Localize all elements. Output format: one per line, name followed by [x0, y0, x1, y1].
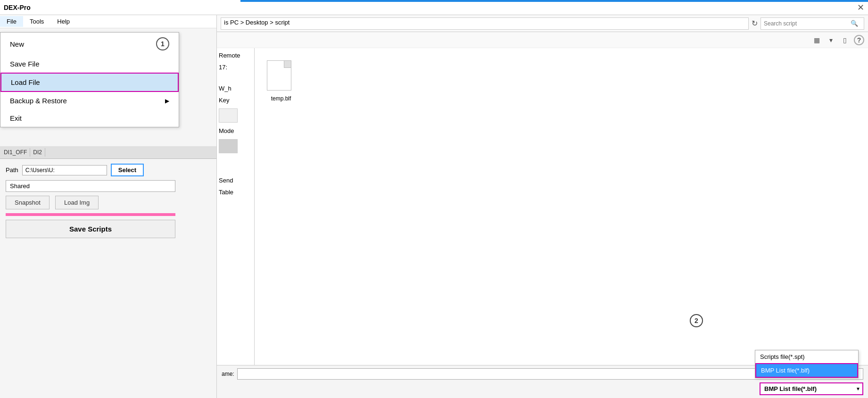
send-label: Send: [219, 177, 252, 184]
wh-label: W_h: [219, 85, 252, 92]
path-row: Path Select: [6, 164, 211, 176]
split-view-icon[interactable]: ▯: [840, 35, 850, 45]
key-label: Key: [219, 97, 252, 104]
help-icon[interactable]: ?: [854, 35, 864, 45]
remote-column: Remote 17: W_h Key Mode Send Table: [217, 48, 255, 365]
progress-bar: [240, 0, 868, 2]
value-17: 17:: [219, 64, 252, 71]
file-dialog-bottom: ame: Scripts file(*.spt) BMP List file(*…: [217, 365, 868, 398]
shared-input[interactable]: [6, 180, 175, 192]
file-page: [267, 60, 291, 91]
search-input[interactable]: [764, 20, 849, 27]
view-dropdown-icon[interactable]: ▾: [826, 35, 836, 45]
badge-1: 1: [156, 37, 169, 50]
file-toolbar: ▦ ▾ ▯ ?: [217, 32, 868, 48]
file-name-label: temp.blf: [271, 95, 291, 102]
menu-file[interactable]: File: [0, 16, 23, 27]
snapshot-button[interactable]: Snapshot: [6, 196, 50, 209]
address-bar: is PC > Desktop > script ↻ 🔍: [217, 15, 868, 32]
search-box: 🔍: [761, 17, 864, 30]
title-bar: DEX-Pro ✕: [0, 0, 868, 15]
filetype-selected-value[interactable]: BMP List file(*.blf): [760, 382, 863, 395]
menu-tools[interactable]: Tools: [23, 16, 50, 27]
header-di1-off: DI1_OFF: [1, 148, 30, 157]
menu-help[interactable]: Help: [50, 16, 76, 27]
menu-item-load-file[interactable]: Load File: [0, 73, 179, 92]
save-scripts-button[interactable]: Save Scripts: [6, 220, 175, 238]
filetype-option-spt[interactable]: Scripts file(*.spt): [755, 350, 858, 363]
file-item-temp-blf[interactable]: temp.blf: [264, 58, 298, 105]
menu-item-save-file[interactable]: Save File: [0, 55, 179, 73]
table-label: Table: [219, 189, 252, 196]
right-panel: is PC > Desktop > script ↻ 🔍 ▦ ▾ ▯ ? Rem…: [217, 15, 868, 398]
file-dropdown-menu: New 1 Save File Load File Backup & Resto…: [0, 32, 179, 127]
left-panel: File Tools Help New 1 Save File Load Fil…: [0, 15, 217, 398]
file-browser-main: Remote 17: W_h Key Mode Send Table temp.: [217, 48, 868, 365]
key-box: [219, 108, 238, 123]
filetype-option-blf[interactable]: BMP List file(*.blf): [755, 363, 858, 378]
close-button[interactable]: ✕: [857, 2, 864, 13]
mode-box: [219, 139, 238, 153]
refresh-icon[interactable]: ↻: [752, 19, 758, 28]
filetype-dropdown[interactable]: BMP List file(*.blf) ▼: [760, 382, 863, 395]
view-icon[interactable]: ▦: [811, 35, 822, 45]
remote-label: Remote: [219, 52, 252, 59]
filename-label: ame:: [222, 371, 234, 377]
app-container: File Tools Help New 1 Save File Load Fil…: [0, 15, 868, 398]
select-button[interactable]: Select: [111, 164, 144, 176]
mode-label: Mode: [219, 127, 252, 134]
file-icon: [267, 60, 295, 93]
app-title: DEX-Pro: [4, 4, 31, 11]
menu-item-exit[interactable]: Exit: [0, 109, 179, 127]
badge-2: 2: [690, 314, 703, 327]
snapshot-loadimg-row: Snapshot Load Img: [6, 196, 211, 209]
menu-item-new[interactable]: New 1: [0, 33, 179, 55]
search-icon: 🔍: [851, 20, 858, 27]
path-label: Path: [6, 166, 18, 174]
file-area: temp.blf: [255, 48, 868, 365]
address-path: is PC > Desktop > script: [221, 17, 749, 30]
menu-bar: File Tools Help: [0, 15, 216, 28]
table-header: DI1_OFF DI2: [0, 146, 216, 159]
left-panel-content: Path Select Snapshot Load Img Save Scrip…: [0, 159, 216, 398]
load-img-button[interactable]: Load Img: [55, 196, 99, 209]
header-di2: DI2: [30, 148, 45, 157]
pink-bar: [6, 213, 175, 216]
filetype-popup: Scripts file(*.spt) BMP List file(*.blf): [755, 350, 859, 378]
path-input[interactable]: [22, 165, 107, 175]
menu-item-backup-restore[interactable]: Backup & Restore ▶: [0, 92, 179, 109]
filetype-dropdown-container: Scripts file(*.spt) BMP List file(*.blf)…: [222, 382, 863, 395]
arrow-right-icon: ▶: [165, 98, 169, 104]
